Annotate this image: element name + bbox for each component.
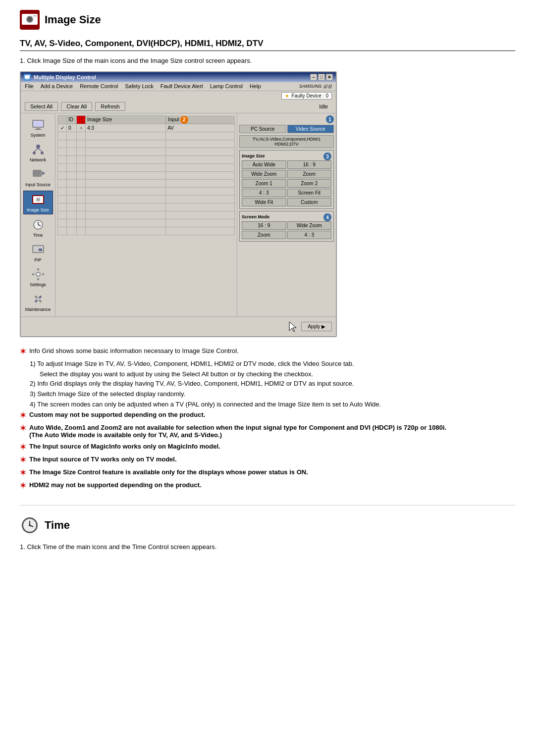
settings-icon — [31, 267, 45, 281]
sidebar-item-image-size[interactable]: Image Size — [23, 191, 53, 214]
screen-16-9-btn[interactable]: 16 : 9 — [242, 221, 286, 230]
titlebar-buttons[interactable]: − □ ✕ — [310, 74, 333, 81]
col-input: Input 2 — [166, 116, 234, 124]
table-row-3 — [58, 148, 235, 155]
image-size-control-note-text: The Image Size Control feature is availa… — [29, 468, 515, 476]
svg-rect-11 — [35, 129, 42, 130]
minimize-button[interactable]: − — [310, 74, 317, 81]
zoom2-btn[interactable]: Zoom 2 — [287, 179, 332, 188]
screen-zoom-btn[interactable]: Zoom — [242, 231, 286, 239]
svg-rect-17 — [33, 170, 42, 177]
idle-status: Idle — [319, 103, 328, 109]
col-check — [58, 116, 67, 124]
sidebar-item-network[interactable]: Network — [23, 141, 53, 164]
restore-button[interactable]: □ — [318, 74, 325, 81]
svg-line-15 — [34, 149, 38, 151]
time-icon — [31, 218, 45, 232]
auto-wide-btn[interactable]: Auto Wide — [242, 160, 286, 169]
svg-point-21 — [36, 198, 40, 202]
sidebar-item-input-source[interactable]: Input Source — [23, 166, 53, 189]
star-note-auto-wide: ✶ Auto Wide, Zoom1 and Zoom2 are not ava… — [20, 424, 515, 439]
titlebar: Multiple Display Control − □ ✕ — [21, 72, 336, 82]
toolbar: Select All Clear All Refresh Idle — [21, 100, 336, 113]
sidebar-item-maintenance[interactable]: Maintenance — [23, 291, 53, 313]
titlebar-app-icon — [24, 74, 31, 81]
note-3: 3) Switch Image Size of the selected dis… — [30, 390, 515, 398]
zoom1-btn[interactable]: Zoom 1 — [242, 179, 286, 188]
time-section-title: Time — [45, 519, 70, 532]
svg-rect-31 — [37, 268, 39, 270]
notes-section: ✶ Info Grid shows some basic information… — [20, 347, 515, 490]
faulty-device-bar: ★ Faulty Device : 0 — [21, 91, 336, 100]
toolbar-left: Select All Clear All Refresh — [25, 102, 125, 111]
menu-remote-control[interactable]: Remote Control — [80, 83, 118, 90]
row0-image-size: 4:3 — [86, 124, 166, 132]
table-row-7 — [58, 179, 235, 187]
svg-rect-28 — [39, 249, 42, 251]
time-section-icon — [20, 515, 40, 535]
wide-zoom-btn[interactable]: Wide Zoom — [242, 170, 286, 178]
menu-file[interactable]: File — [25, 83, 34, 90]
star-icon-tv: ✶ — [20, 455, 26, 464]
table-row-6 — [58, 171, 235, 179]
16-9-btn[interactable]: 16 : 9 — [287, 160, 332, 169]
star-icon-info: ✶ — [20, 347, 26, 356]
select-all-button[interactable]: Select All — [25, 102, 58, 111]
video-source-tab[interactable]: Video Source — [287, 125, 334, 133]
svg-point-14 — [41, 151, 44, 154]
table-row-5 — [58, 163, 235, 171]
svg-point-43 — [29, 524, 31, 526]
main-area: System Network Input Source — [21, 113, 336, 316]
star-note-magicinfo: ✶ The Input source of MagicInfo works on… — [20, 443, 515, 452]
menubar: File Add a Device Remote Control Safety … — [21, 82, 336, 91]
star-icon-magicinfo: ✶ — [20, 443, 26, 452]
time-step1: 1. Click Time of the main icons and the … — [20, 543, 515, 551]
menu-help[interactable]: Help — [250, 83, 261, 90]
clear-all-button[interactable]: Clear All — [61, 102, 92, 111]
window-bottom: Apply ▶ — [21, 316, 336, 336]
pc-source-tab[interactable]: PC Source — [239, 125, 286, 133]
table-row-4 — [58, 155, 235, 163]
refresh-button[interactable]: Refresh — [95, 102, 125, 111]
zoom-btn[interactable]: Zoom — [287, 170, 332, 178]
menu-fault-alert[interactable]: Fault Device Alert — [160, 83, 203, 90]
star-note-custom: ✶ Custom may not be supported depending … — [20, 411, 515, 420]
svg-rect-9 — [33, 121, 43, 127]
menu-lamp-control[interactable]: Lamp Control — [210, 83, 243, 90]
menu-safety-lock[interactable]: Safety Lock — [125, 83, 153, 90]
svg-rect-7 — [26, 79, 29, 80]
custom-btn[interactable]: Custom — [287, 198, 332, 206]
apply-button[interactable]: Apply ▶ — [301, 322, 332, 331]
page-title: Image Size — [45, 13, 101, 26]
svg-point-3 — [27, 17, 32, 22]
sidebar-item-time[interactable]: Time — [23, 216, 53, 239]
wide-fit-btn[interactable]: Wide Fit — [242, 198, 286, 206]
pip-icon — [31, 243, 45, 256]
sidebar-item-settings[interactable]: Settings — [23, 266, 53, 289]
center-area: ID Image Size Input 2 ✓ — [55, 113, 336, 316]
col-image-size: Image Size — [86, 116, 166, 124]
svg-rect-6 — [25, 75, 30, 79]
screen-4-3-btn[interactable]: 4 : 3 — [287, 231, 332, 239]
sidebar-item-pip[interactable]: PIP — [23, 241, 53, 264]
note-2: 2) Info Grid displays only the display h… — [30, 380, 515, 387]
svg-point-30 — [37, 273, 40, 276]
4-3-btn[interactable]: 4 : 3 — [242, 189, 286, 197]
source-tabs: PC Source Video Source — [239, 125, 334, 133]
info-note-text: Info Grid shows some basic information n… — [29, 347, 515, 354]
close-button[interactable]: ✕ — [326, 74, 333, 81]
menu-add-device[interactable]: Add a Device — [41, 83, 73, 90]
input-source-icon — [31, 167, 45, 181]
sidebar-item-system[interactable]: System — [23, 116, 53, 139]
row0-check[interactable]: ✓ — [58, 124, 67, 132]
svg-point-37 — [37, 298, 40, 301]
svg-rect-33 — [32, 273, 34, 275]
screen-fit-btn[interactable]: Screen Fit — [287, 189, 332, 197]
maintenance-icon — [31, 292, 45, 306]
svg-marker-18 — [42, 171, 45, 175]
screen-wide-zoom-btn[interactable]: Wide Zoom — [287, 221, 332, 230]
auto-wide-note-text: Auto Wide, Zoom1 and Zoom2 are not avail… — [29, 424, 515, 439]
mouse-cursor-icon — [287, 321, 299, 333]
table-row-11 — [58, 211, 235, 219]
grid-right-wrapper: ID Image Size Input 2 ✓ — [55, 113, 336, 316]
